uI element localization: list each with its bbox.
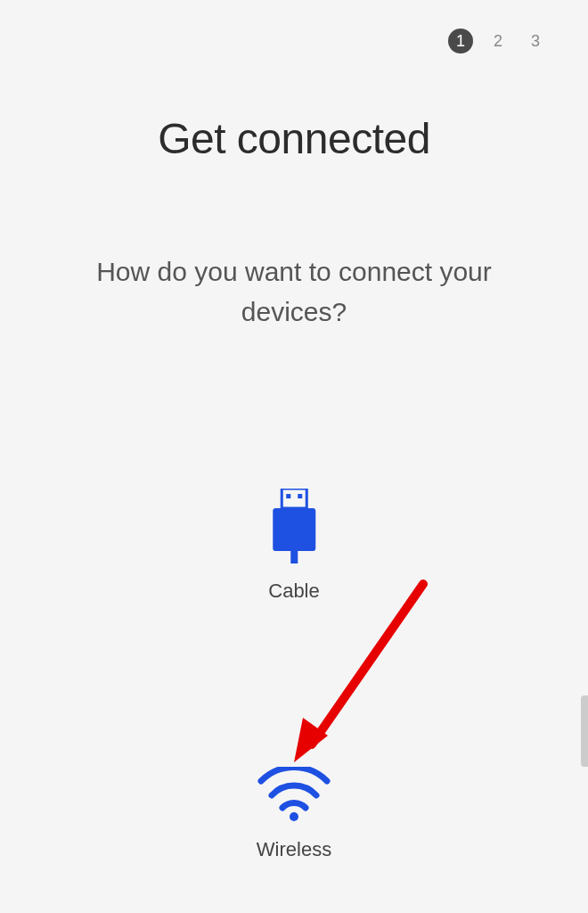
step-1: 1 — [448, 29, 473, 53]
svg-line-6 — [312, 584, 423, 744]
wifi-icon — [256, 767, 332, 826]
scrollbar[interactable] — [581, 695, 588, 767]
option-cable-label: Cable — [268, 580, 319, 603]
option-wireless[interactable]: Wireless — [256, 767, 332, 861]
svg-rect-4 — [290, 551, 298, 563]
svg-rect-1 — [286, 494, 290, 498]
svg-point-5 — [290, 812, 298, 821]
option-wireless-label: Wireless — [257, 838, 331, 861]
svg-marker-7 — [294, 718, 328, 762]
page-title: Get connected — [0, 114, 588, 163]
svg-rect-0 — [282, 489, 306, 508]
option-cable[interactable]: Cable — [268, 489, 319, 603]
svg-rect-2 — [298, 494, 302, 498]
annotation-arrow — [285, 575, 437, 775]
step-3: 3 — [523, 29, 548, 53]
svg-rect-3 — [273, 508, 315, 551]
step-2: 2 — [486, 29, 510, 53]
progress-stepper: 1 2 3 — [448, 29, 548, 53]
usb-icon — [269, 489, 319, 567]
page-subtitle: How do you want to connect your devices? — [53, 251, 535, 332]
